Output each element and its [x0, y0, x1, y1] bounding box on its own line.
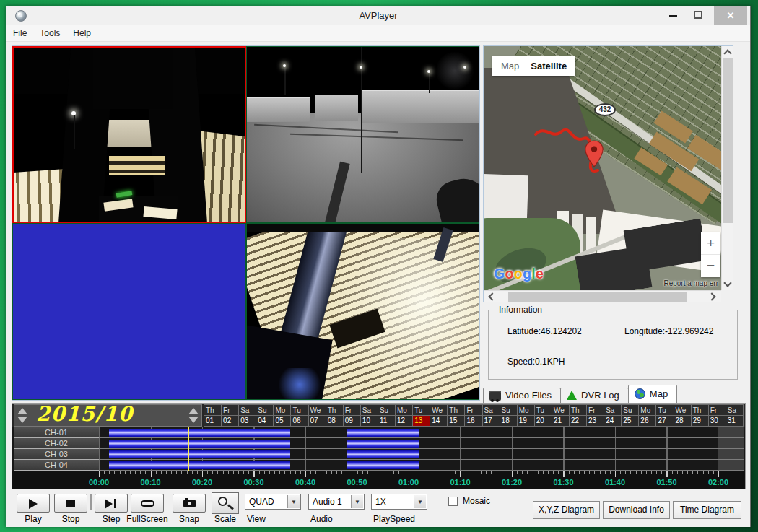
fullscreen-button[interactable] — [131, 494, 164, 513]
spin-up-icon[interactable] — [188, 408, 199, 414]
channel-label-ch-02[interactable]: CH-02 — [14, 438, 99, 449]
calendar-day-29[interactable]: Th 29 — [692, 405, 709, 426]
month-spinner-right[interactable] — [187, 406, 200, 425]
video-channel-1[interactable] — [12, 46, 246, 223]
map-type-satellite-button[interactable]: Satellite — [531, 61, 567, 71]
calendar-day-18[interactable]: Su 18 — [500, 405, 518, 426]
calendar-day-28[interactable]: We 28 — [674, 405, 692, 426]
download-info-button[interactable]: Download Info — [603, 501, 670, 519]
calendar-day-15[interactable]: Th 15 — [448, 405, 465, 426]
spin-down-icon[interactable] — [188, 417, 199, 423]
month-spinner-left[interactable] — [16, 406, 29, 425]
map-zoom-out-button[interactable]: − — [701, 255, 720, 277]
map-view[interactable]: 432 MapSatellite + − Google Report a map… — [484, 46, 721, 290]
video-channel-3[interactable] — [12, 223, 246, 400]
video-channel-2[interactable] — [246, 46, 480, 223]
map-zoom-in-button[interactable]: + — [701, 232, 720, 255]
recording-segment[interactable] — [347, 429, 419, 437]
recording-segment[interactable] — [109, 461, 289, 469]
calendar-day-22[interactable]: Th 22 — [570, 405, 587, 426]
recording-segment[interactable] — [109, 450, 289, 458]
calendar-day-01[interactable]: Th 01 — [204, 405, 222, 426]
mosaic-checkbox[interactable] — [448, 497, 458, 506]
calendar-day-04[interactable]: Su 04 — [256, 405, 274, 426]
calendar-day-12[interactable]: Mo 12 — [396, 405, 413, 426]
map-horizontal-scrollbar[interactable] — [484, 290, 721, 302]
calendar-day-19[interactable]: Mo 19 — [518, 405, 535, 426]
vertical-scroll-thumb[interactable] — [723, 58, 733, 223]
recording-segment[interactable] — [109, 440, 289, 448]
calendar-day-13[interactable]: Tu 13 — [413, 405, 430, 426]
playspeed-dropdown[interactable]: 1X ▼ — [371, 494, 427, 510]
calendar-day-27[interactable]: Tu 27 — [656, 405, 674, 426]
menu-item-help[interactable]: Help — [66, 25, 97, 38]
channel-label-ch-01[interactable]: CH-01 — [14, 427, 99, 438]
calendar-day-17[interactable]: Sa 17 — [483, 405, 500, 426]
calendar-day-02[interactable]: Fr 02 — [222, 405, 239, 426]
scroll-down-icon[interactable] — [723, 279, 731, 287]
calendar-day-21[interactable]: We 21 — [552, 405, 570, 426]
scroll-left-icon[interactable] — [488, 292, 496, 300]
tab-dvr-log[interactable]: DVR Log — [560, 388, 629, 403]
calendar-day-24[interactable]: Sa 24 — [604, 405, 622, 426]
dropdown-arrow-icon[interactable]: ▼ — [414, 495, 426, 508]
calendar-day-05[interactable]: Mo 05 — [274, 405, 291, 426]
recording-segment[interactable] — [347, 450, 419, 458]
time-ruler[interactable]: 00:0000:1000:2000:3000:4000:5001:0001:10… — [12, 471, 745, 489]
calendar-day-11[interactable]: Su 11 — [378, 405, 396, 426]
menu-item-tools[interactable]: Tools — [33, 25, 66, 38]
video-channel-4[interactable] — [246, 223, 480, 400]
calendar-day-16[interactable]: Fr 16 — [465, 405, 482, 426]
calendar-day-03[interactable]: Sa 03 — [239, 405, 256, 426]
map-vertical-scrollbar[interactable] — [721, 46, 733, 290]
tab-map[interactable]: Map — [628, 385, 677, 403]
tab-video-files[interactable]: Video Files — [483, 388, 561, 403]
step-button[interactable] — [95, 494, 128, 513]
menu-item-file[interactable]: File — [6, 25, 33, 38]
stop-button[interactable] — [54, 494, 87, 513]
calendar-day-23[interactable]: Fr 23 — [587, 405, 604, 426]
audio-dropdown[interactable]: Audio 1 ▼ — [308, 494, 365, 510]
recording-segment[interactable] — [347, 440, 419, 448]
recording-segment[interactable] — [109, 429, 289, 437]
dropdown-arrow-icon[interactable]: ▼ — [351, 495, 363, 508]
channel-label-ch-04[interactable]: CH-04 — [14, 460, 99, 471]
view-dropdown[interactable]: QUAD ▼ — [245, 494, 301, 510]
title-bar[interactable]: AVPlayer ✕ — [6, 6, 750, 25]
channel-label-ch-03[interactable]: CH-03 — [14, 449, 99, 460]
recording-track-ch-02[interactable] — [99, 438, 744, 449]
map-type-map-button[interactable]: Map — [501, 61, 519, 71]
recording-track-ch-04[interactable] — [99, 460, 744, 471]
maximize-button[interactable] — [688, 6, 708, 25]
close-button[interactable]: ✕ — [714, 6, 747, 25]
scroll-right-icon[interactable] — [707, 292, 715, 300]
calendar-day-08[interactable]: Th 08 — [326, 405, 344, 426]
play-button[interactable] — [17, 494, 50, 513]
recording-track-ch-01[interactable] — [99, 427, 744, 438]
month-selector[interactable]: 2015/10 — [14, 404, 202, 427]
calendar-day-20[interactable]: Tu 20 — [535, 405, 552, 426]
calendar-day-07[interactable]: We 07 — [309, 405, 326, 426]
spin-up-icon[interactable] — [17, 408, 27, 414]
horizontal-scroll-thumb[interactable] — [508, 292, 687, 302]
calendar-day-06[interactable]: Tu 06 — [291, 405, 308, 426]
spin-down-icon[interactable] — [17, 417, 27, 423]
calendar-day-09[interactable]: Fr 09 — [344, 405, 361, 426]
calendar-day-25[interactable]: Su 25 — [622, 405, 639, 426]
scroll-up-icon[interactable] — [723, 49, 731, 57]
dropdown-arrow-icon[interactable]: ▼ — [287, 495, 300, 508]
scale-button[interactable] — [212, 492, 239, 514]
time-diagram-button[interactable]: Time Diagram — [673, 501, 741, 519]
calendar-day-26[interactable]: Mo 26 — [639, 405, 656, 426]
recording-track-ch-03[interactable] — [99, 449, 744, 460]
calendar-day-31[interactable]: Sa 31 — [726, 405, 743, 426]
map-attribution[interactable]: Report a map err — [663, 279, 718, 287]
minimize-button[interactable] — [663, 6, 684, 25]
calendar-day-14[interactable]: We 14 — [430, 405, 448, 426]
map-pin-icon[interactable] — [584, 140, 604, 167]
calendar-day-10[interactable]: Sa 10 — [361, 405, 378, 426]
playhead-marker[interactable] — [188, 427, 189, 471]
snap-button[interactable] — [173, 494, 206, 513]
calendar-day-30[interactable]: Fr 30 — [709, 405, 726, 426]
recording-segment[interactable] — [347, 461, 419, 469]
